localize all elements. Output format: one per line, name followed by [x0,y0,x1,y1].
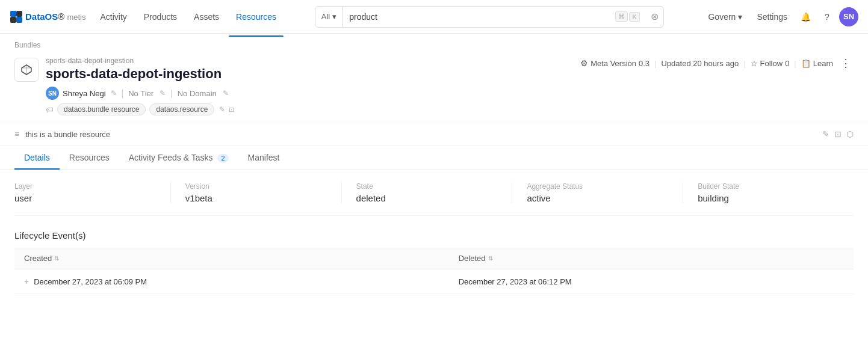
follow-button[interactable]: ☆ Follow 0 [751,59,790,68]
govern-menu[interactable]: Govern ▾ [702,8,748,25]
aggregate-label: Aggregate Status [527,182,668,191]
tab-manifest[interactable]: Manifest [238,146,290,170]
bundle-icon [20,64,33,76]
version-icon: ⚙ [580,58,588,68]
domain-label: No Domain [178,89,217,98]
meta-cell-builder: Builder State building [698,182,854,203]
pipe-3: | [794,59,796,68]
created-col-label: Created [24,254,52,263]
domain-edit-icon[interactable]: ✎ [223,89,229,97]
tier-edit-icon[interactable]: ✎ [160,89,166,97]
resource-header: sports-data-depot-ingestion sports-data-… [0,54,868,123]
svg-rect-3 [16,17,22,23]
row-first-cell: + December 27, 2023 at 06:09 PM [24,277,439,286]
search-shortcut: ⌘ K [609,11,645,22]
chevron-down-icon: ▾ [332,12,336,21]
updated-text: Updated 20 hours ago [661,59,739,68]
search-clear-icon[interactable]: ⊗ [646,11,663,22]
lifecycle-table: Created ⇅ Deleted ⇅ [14,248,854,294]
version-label: Version [185,182,327,191]
deleted-sort-icon: ⇅ [488,255,493,262]
divider-2: | [170,88,173,98]
created-value: December 27, 2023 at 06:09 PM [34,277,147,286]
search-input[interactable] [343,12,609,22]
layer-value: user [14,193,156,203]
details-content: Layer user Version v1beta State deleted … [0,170,868,306]
nav-activity[interactable]: Activity [93,7,134,26]
meta-version-label: Meta Version [591,59,636,68]
tags-help-icon[interactable]: ⊡ [229,106,234,114]
lifecycle-section: Lifecycle Event(s) Created ⇅ Deleted [14,230,854,294]
tab-activity-label: Activity Feeds & Tasks [129,153,213,162]
top-nav: DataOS® metis Activity Products Assets R… [0,0,868,34]
settings-link[interactable]: Settings [751,8,793,25]
th-created: Created ⇅ [14,248,449,269]
main-content: Bundles sports-data-depot-ingestion spor… [0,34,868,306]
breadcrumb: Bundles [0,34,868,54]
tab-activity-feeds[interactable]: Activity Feeds & Tasks 2 [119,146,238,170]
help-icon[interactable]: ? [817,7,837,26]
more-options-button[interactable]: ⋮ [838,57,854,70]
description-expand-icon[interactable]: ⬡ [846,129,854,139]
tier-label: No Tier [128,89,153,98]
logo-sub: ® [58,11,67,22]
lifecycle-title: Lifecycle Event(s) [14,230,854,241]
nav-logo[interactable]: DataOS® metis [10,10,85,23]
avatar[interactable]: SN [839,7,858,26]
learn-label: Learn [813,59,833,68]
search-bar: All ▾ ⌘ K ⊗ [315,6,664,28]
svg-rect-0 [10,11,16,17]
updated-label: Updated [661,59,690,68]
builder-value: building [698,193,839,203]
svg-rect-2 [10,17,16,23]
meta-cell-version: Version v1beta [185,182,342,203]
owner-avatar: SN [46,87,59,100]
nav-products[interactable]: Products [137,7,184,26]
pipe-1: | [654,59,656,68]
nav-assets[interactable]: Assets [187,7,226,26]
notifications-icon[interactable]: 🔔 [796,7,815,26]
version-value: v1beta [185,193,327,203]
description-row: ≡ this is a bundle resource ✎ ⊡ ⬡ [0,123,868,146]
nav-resources[interactable]: Resources [229,7,284,26]
dataos-logo-icon [10,10,23,23]
description-edit-icon[interactable]: ✎ [822,129,829,139]
govern-chevron-icon: ▾ [738,12,742,22]
activity-badge: 2 [217,154,228,162]
meta-cell-state: State deleted [356,182,513,203]
aggregate-value: active [527,193,668,203]
tag-row: 🏷 dataos.bundle resource dataos.resource… [46,103,580,115]
description-icon: ≡ [14,129,19,139]
owner-name: Shreya Negi [63,89,106,98]
learn-button[interactable]: 📋 Learn [801,59,833,68]
shortcut-cmd: ⌘ [615,11,628,22]
nav-logo-text: DataOS® metis [25,11,85,22]
description-actions: ✎ ⊡ ⬡ [822,129,854,139]
settings-label: Settings [757,12,787,22]
divider-1: | [122,88,124,98]
tab-resources[interactable]: Resources [60,146,119,170]
logo-dataos: DataOS [25,11,58,22]
logo-metis: metis [67,13,85,22]
tags-edit-icon[interactable]: ✎ [219,105,225,114]
description-help-icon[interactable]: ⊡ [834,129,842,139]
deleted-col-label: Deleted [459,254,486,263]
deleted-cell: December 27, 2023 at 06:12 PM [449,269,854,294]
resource-title-area: sports-data-depot-ingestion sports-data-… [46,57,580,115]
search-scope-value: All [321,12,330,21]
layer-label: Layer [14,182,156,191]
resource-title: sports-data-depot-ingestion [46,66,580,82]
table-header-row: Created ⇅ Deleted ⇅ [14,248,854,269]
state-value: deleted [356,193,498,203]
book-icon: 📋 [801,59,811,68]
tag-bundle-resource: dataos.bundle resource [57,103,146,115]
search-scope-selector[interactable]: All ▾ [315,7,343,27]
govern-label: Govern [708,12,736,22]
deleted-sort[interactable]: Deleted ⇅ [459,254,844,263]
tabs-bar: Details Resources Activity Feeds & Tasks… [0,146,868,170]
tab-details[interactable]: Details [14,146,60,170]
th-deleted: Deleted ⇅ [449,248,854,269]
created-sort[interactable]: Created ⇅ [24,254,439,263]
expand-row-icon[interactable]: + [24,277,29,286]
owner-edit-icon[interactable]: ✎ [111,89,117,97]
